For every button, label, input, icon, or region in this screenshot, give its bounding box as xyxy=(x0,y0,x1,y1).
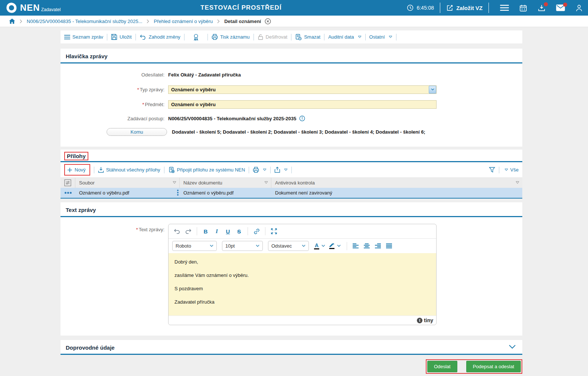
print-attachments-button[interactable] xyxy=(253,167,267,173)
chevron-right-icon xyxy=(147,19,149,23)
undo-icon[interactable] xyxy=(172,226,182,236)
align-justify-icon[interactable] xyxy=(384,241,394,251)
column-header-soubor[interactable]: Soubor xyxy=(75,178,180,188)
home-icon[interactable] xyxy=(9,18,15,24)
new-attachment-button[interactable]: Nový xyxy=(67,167,86,173)
fullscreen-icon[interactable] xyxy=(269,226,279,236)
attachment-row[interactable]: Oznámení o výběru.pdf Oznámení o výběru.… xyxy=(61,188,522,199)
annotation-box-prilohy: Přílohy xyxy=(64,152,88,160)
user-icon[interactable] xyxy=(575,4,583,12)
strikethrough-button[interactable]: S xyxy=(234,226,244,236)
inbox-badge xyxy=(544,2,548,6)
message-type-select[interactable]: Oznámení o výběru xyxy=(168,85,437,94)
clock-icon xyxy=(407,4,414,11)
chevron-down-icon[interactable] xyxy=(337,245,341,247)
sender-value: Felix Okátý - Zadavatel příručka xyxy=(168,72,241,78)
logo-text: NEN xyxy=(20,3,40,13)
session-time: 6:45:08 xyxy=(407,4,434,11)
column-header-nazev[interactable]: Název dokumentu xyxy=(180,178,271,188)
link-icon[interactable] xyxy=(252,226,261,236)
logo-subtitle: Zadavatel xyxy=(41,7,61,12)
chevron-down-icon xyxy=(389,36,392,38)
bold-button[interactable]: B xyxy=(201,226,210,236)
print-record-button[interactable]: Tisk záznamu xyxy=(212,34,250,40)
redo-icon[interactable] xyxy=(183,226,193,236)
italic-button[interactable]: I xyxy=(212,226,222,236)
editor-toolbar-row2: Roboto 10pt Odstavec A xyxy=(169,239,436,253)
attach-from-nen-button[interactable]: Připojit přílohu ze systému NEN xyxy=(168,167,245,173)
editor-paragraph: Zadavatel příručka xyxy=(174,299,430,305)
row-menu-icon[interactable] xyxy=(61,188,75,198)
app-header: NEN Zadavatel TESTOVACÍ PROSTŘEDÍ 6:45:0… xyxy=(0,0,588,16)
mail-icon[interactable] xyxy=(556,4,565,11)
mail-badge xyxy=(563,3,567,7)
annotation-box-novy: Nový xyxy=(64,164,90,176)
align-center-icon[interactable] xyxy=(362,241,372,251)
sign-and-send-button[interactable]: Podepsat a odeslat xyxy=(466,361,521,372)
download-all-attachments-button[interactable]: Stáhnout všechny přílohy xyxy=(98,167,160,173)
tiny-brand: tiny xyxy=(424,317,433,323)
column-settings-icon[interactable] xyxy=(61,178,75,188)
align-right-icon[interactable] xyxy=(373,241,383,251)
environment-title: TESTOVACÍ PROSTŘEDÍ xyxy=(200,4,282,12)
subject-input[interactable]: Oznámení o výběru xyxy=(168,100,437,109)
close-tab-icon[interactable] xyxy=(265,18,271,24)
align-left-icon[interactable] xyxy=(351,241,360,251)
block-format-select[interactable]: Odstavec xyxy=(268,241,309,251)
discard-changes-button[interactable]: Zahodit změny xyxy=(140,34,180,40)
message-header-section: Hlavička zprávy Odesílatel: Felix Okátý … xyxy=(61,49,522,147)
action-bar: Odeslat Podepsat a odeslat xyxy=(61,359,522,374)
highlight-color-button[interactable] xyxy=(329,243,335,249)
attachments-table-header: Soubor Název dokumentu Antivirová kontro… xyxy=(61,178,522,188)
chevron-down-icon[interactable] xyxy=(321,245,325,247)
section-title-hlavicka: Hlavička zprávy xyxy=(61,49,522,62)
underline-button[interactable]: U xyxy=(223,226,233,236)
create-vz-button[interactable]: Založit VZ xyxy=(446,4,483,12)
font-size-select[interactable]: 10pt xyxy=(222,241,263,251)
message-type-label: *Typ zprávy: xyxy=(61,87,168,92)
chevron-down-icon xyxy=(358,36,362,38)
filter-all-dropdown[interactable]: Vše xyxy=(503,167,519,173)
filter-triangle-icon[interactable] xyxy=(264,181,268,184)
filter-icon[interactable] xyxy=(489,167,495,173)
font-family-select[interactable]: Roboto xyxy=(172,241,217,251)
certificate-button[interactable] xyxy=(188,33,204,41)
list-icon xyxy=(64,35,70,39)
expand-chevron-icon[interactable] xyxy=(509,345,516,349)
calendar-icon[interactable] xyxy=(519,4,527,12)
section-title-doprovodne: Doprovodné údaje xyxy=(61,340,120,354)
breadcrumb: N006/25/V00004835 - Telekomunikační služ… xyxy=(0,16,588,27)
filter-triangle-icon[interactable] xyxy=(516,181,519,184)
annotation-box-actions: Odeslat Podepsat a odeslat xyxy=(426,359,522,374)
export-attachments-button[interactable] xyxy=(274,167,288,173)
record-toolbar: Seznam zpráv Uložit Zahodit změny Tisk z… xyxy=(61,30,522,43)
filter-triangle-icon[interactable] xyxy=(173,181,176,184)
plus-icon xyxy=(67,167,72,173)
attachment-antivirus-cell: Dokument není zavirovaný xyxy=(271,188,522,198)
attachment-name-cell[interactable]: Oznámení o výběru.pdf xyxy=(180,188,271,198)
message-list-button[interactable]: Seznam zpráv xyxy=(64,34,103,40)
attachment-file-cell[interactable]: Oznámení o výběru.pdf xyxy=(75,188,180,198)
menu-button[interactable] xyxy=(500,4,509,11)
download-icon xyxy=(98,167,104,173)
recipients-button[interactable]: Komu xyxy=(107,128,167,136)
save-button[interactable]: Uložit xyxy=(111,34,132,40)
audit-data-button[interactable]: Auditní data xyxy=(328,34,361,40)
procedure-value: N006/25/V00004835 - Telekomunikační služ… xyxy=(168,116,296,121)
delete-button[interactable]: Smazat xyxy=(295,34,320,40)
breadcrumb-overview[interactable]: Přehled oznámení o výběru xyxy=(154,19,213,24)
send-button[interactable]: Odeslat xyxy=(427,361,457,372)
inbox-icon[interactable] xyxy=(538,4,546,12)
breadcrumb-procedure[interactable]: N006/25/V00004835 - Telekomunikační služ… xyxy=(27,19,142,24)
nen-logo[interactable]: NEN Zadavatel xyxy=(6,2,61,13)
editor-content[interactable]: Dobrý den, zasíláme Vám oznámení o výběr… xyxy=(169,253,436,315)
drag-handle-icon[interactable] xyxy=(177,190,179,196)
section-rule xyxy=(61,354,522,355)
other-actions-button[interactable]: Ostatní xyxy=(369,34,392,40)
text-color-button[interactable]: A xyxy=(314,243,319,249)
chevron-right-icon xyxy=(217,19,220,23)
column-header-antivir[interactable]: Antivirová kontrola xyxy=(271,178,522,188)
decrypt-button[interactable]: Dešifrovat xyxy=(258,34,288,40)
chevron-down-icon[interactable] xyxy=(429,86,436,94)
info-icon[interactable] xyxy=(299,115,305,121)
